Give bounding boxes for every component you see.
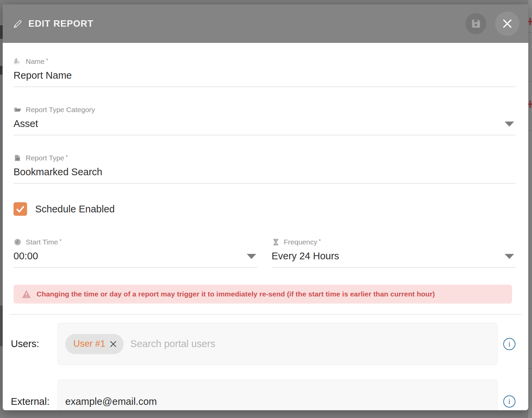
report-type-label-text: Report Type	[26, 154, 64, 162]
background-plus-icon: +	[528, 16, 532, 26]
header-actions	[465, 11, 519, 36]
dialog-title: EDIT REPORT	[28, 19, 94, 29]
background-row-divider	[528, 368, 532, 369]
chevron-down-icon[interactable]	[247, 254, 256, 259]
save-button[interactable]	[465, 13, 486, 34]
users-multiselect[interactable]: User #1	[57, 323, 498, 365]
close-icon	[501, 18, 513, 30]
name-label-row: Name*	[14, 57, 515, 66]
category-label: Report Type Category	[26, 106, 95, 114]
dialog-body: Name* Report Name Report Type Category A…	[3, 57, 528, 410]
start-time-label: Start Time*	[26, 238, 62, 246]
external-email-input[interactable]	[65, 396, 490, 407]
close-button[interactable]	[495, 11, 519, 36]
schedule-change-warning: Changing the time or day of a report may…	[14, 285, 512, 304]
background-plus-icon: +	[528, 99, 532, 109]
start-time-label-text: Start Time	[26, 238, 58, 246]
report-type-label: Report Type*	[26, 154, 68, 162]
warning-text: Changing the time or day of a report may…	[37, 290, 435, 298]
external-info-icon[interactable]: i	[503, 395, 515, 408]
start-time-select[interactable]: Start Time* 00:00	[14, 238, 258, 268]
pencil-icon	[13, 19, 23, 29]
background-text-fragment	[0, 306, 3, 346]
search-portal-users-input[interactable]	[130, 338, 490, 349]
schedule-enabled-checkbox[interactable]	[14, 202, 27, 216]
external-row: External: i	[14, 380, 515, 410]
report-type-label-row: Report Type*	[14, 154, 515, 162]
users-info-icon[interactable]: i	[503, 338, 515, 350]
warning-triangle-icon	[22, 290, 31, 298]
floppy-disk-icon	[470, 18, 482, 29]
dialog-header: EDIT REPORT	[3, 4, 528, 43]
remove-user-icon[interactable]	[109, 340, 118, 348]
required-asterisk: *	[66, 154, 68, 160]
frequency-label: Frequency*	[284, 238, 321, 246]
folder-open-icon	[14, 106, 22, 114]
user-chip: User #1	[65, 334, 124, 354]
report-type-value[interactable]: Bookmarked Search	[14, 165, 515, 178]
start-time-value[interactable]: 00:00	[14, 250, 258, 262]
background-text-fragment	[0, 66, 2, 75]
schedule-enabled-row: Schedule Enabled	[14, 202, 515, 216]
clock-icon	[14, 238, 22, 246]
start-time-label-row: Start Time*	[14, 238, 258, 246]
category-value[interactable]: Asset	[14, 117, 515, 130]
background-row-divider	[528, 81, 532, 82]
edit-report-dialog: EDIT REPORT	[3, 4, 528, 410]
background-row-divider	[528, 130, 532, 131]
report-type-category-select[interactable]: Report Type Category Asset	[14, 106, 515, 135]
background-text-fragment	[0, 25, 3, 39]
file-chart-icon	[14, 154, 22, 162]
check-icon	[15, 204, 26, 214]
name-label: Name*	[26, 57, 48, 66]
frequency-value[interactable]: Every 24 Hours	[272, 250, 516, 262]
chevron-down-icon[interactable]	[505, 122, 514, 127]
users-label: Users:	[7, 338, 57, 349]
external-emails-field[interactable]	[57, 380, 498, 410]
background-page-edge: + +	[528, 0, 532, 418]
signature-icon	[14, 57, 22, 66]
schedule-settings-row: Start Time* 00:00	[14, 238, 515, 268]
frequency-select[interactable]: Frequency* Every 24 Hours	[272, 238, 516, 268]
background-row-divider	[528, 32, 532, 33]
name-field[interactable]: Name* Report Name	[14, 57, 515, 87]
user-chip-label: User #1	[73, 339, 105, 349]
report-type-field[interactable]: Report Type* Bookmarked Search	[14, 154, 515, 184]
frequency-label-row: Frequency*	[272, 238, 516, 246]
name-value[interactable]: Report Name	[14, 69, 515, 82]
external-label: External:	[7, 396, 57, 407]
required-asterisk: *	[46, 57, 48, 64]
users-row: Users: User #1 i	[14, 323, 515, 365]
required-asterisk: *	[59, 238, 62, 244]
hourglass-icon	[272, 238, 280, 246]
category-label-row: Report Type Category	[14, 106, 515, 114]
section-divider	[9, 314, 522, 315]
required-asterisk: *	[319, 238, 321, 244]
chevron-down-icon[interactable]	[505, 254, 514, 259]
frequency-label-text: Frequency	[284, 238, 317, 246]
name-label-text: Name	[26, 57, 45, 65]
schedule-enabled-label[interactable]: Schedule Enabled	[35, 204, 115, 215]
